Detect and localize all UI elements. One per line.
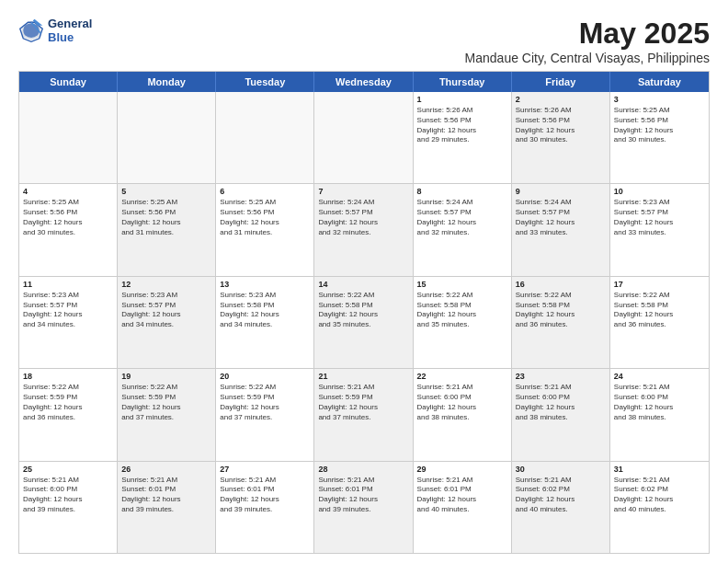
calendar-body: 1Sunrise: 5:26 AM Sunset: 5:56 PM Daylig… [19,92,709,553]
day-number: 23 [516,372,606,381]
day-number: 26 [121,465,211,474]
cell-content: Sunrise: 5:21 AM Sunset: 6:02 PM Dayligh… [516,476,606,515]
page: General Blue May 2025 Mandaue City, Cent… [0,0,728,563]
calendar-cell: 25Sunrise: 5:21 AM Sunset: 6:00 PM Dayli… [19,462,118,553]
calendar-cell: 26Sunrise: 5:21 AM Sunset: 6:01 PM Dayli… [118,462,216,553]
calendar-cell: 13Sunrise: 5:23 AM Sunset: 5:58 PM Dayli… [216,277,314,368]
day-number: 28 [318,465,408,474]
cell-content: Sunrise: 5:21 AM Sunset: 5:59 PM Dayligh… [318,383,408,422]
day-number: 21 [318,372,408,381]
day-number: 20 [220,372,310,381]
cell-content: Sunrise: 5:21 AM Sunset: 6:00 PM Dayligh… [516,383,606,422]
calendar-row: 4Sunrise: 5:25 AM Sunset: 5:56 PM Daylig… [19,184,709,276]
logo: General Blue [18,17,92,44]
day-number: 16 [516,280,606,289]
calendar-cell: 7Sunrise: 5:24 AM Sunset: 5:57 PM Daylig… [314,184,413,275]
calendar-header: SundayMondayTuesdayWednesdayThursdayFrid… [19,72,709,92]
calendar-cell: 9Sunrise: 5:24 AM Sunset: 5:57 PM Daylig… [512,184,610,275]
cell-content: Sunrise: 5:21 AM Sunset: 6:01 PM Dayligh… [417,476,507,515]
title-block: May 2025 Mandaue City, Central Visayas, … [465,17,710,65]
cell-content: Sunrise: 5:21 AM Sunset: 6:01 PM Dayligh… [121,476,211,515]
cell-content: Sunrise: 5:21 AM Sunset: 6:00 PM Dayligh… [23,476,113,515]
cell-content: Sunrise: 5:24 AM Sunset: 5:57 PM Dayligh… [417,198,507,237]
day-number: 12 [121,280,211,289]
calendar-cell: 29Sunrise: 5:21 AM Sunset: 6:01 PM Dayli… [414,462,512,553]
calendar-row: 25Sunrise: 5:21 AM Sunset: 6:00 PM Dayli… [19,462,709,553]
cell-content: Sunrise: 5:22 AM Sunset: 5:58 PM Dayligh… [516,291,606,330]
day-number: 10 [614,187,705,196]
weekday-header: Wednesday [314,72,413,92]
main-title: May 2025 [465,17,710,51]
cell-content: Sunrise: 5:22 AM Sunset: 5:58 PM Dayligh… [614,291,705,330]
calendar-cell: 31Sunrise: 5:21 AM Sunset: 6:02 PM Dayli… [610,462,709,553]
day-number: 5 [121,187,211,196]
cell-content: Sunrise: 5:25 AM Sunset: 5:56 PM Dayligh… [614,106,705,145]
cell-content: Sunrise: 5:22 AM Sunset: 5:58 PM Dayligh… [318,291,408,330]
day-number: 19 [121,372,211,381]
day-number: 11 [23,280,113,289]
calendar-cell: 6Sunrise: 5:25 AM Sunset: 5:56 PM Daylig… [216,184,314,275]
weekday-header: Monday [118,72,216,92]
calendar-cell: 18Sunrise: 5:22 AM Sunset: 5:59 PM Dayli… [19,369,118,460]
calendar-cell [314,92,413,183]
calendar-cell: 28Sunrise: 5:21 AM Sunset: 6:01 PM Dayli… [314,462,413,553]
calendar-cell: 17Sunrise: 5:22 AM Sunset: 5:58 PM Dayli… [610,277,709,368]
day-number: 14 [318,280,408,289]
calendar-cell: 11Sunrise: 5:23 AM Sunset: 5:57 PM Dayli… [19,277,118,368]
calendar-cell: 1Sunrise: 5:26 AM Sunset: 5:56 PM Daylig… [414,92,512,183]
day-number: 22 [417,372,507,381]
cell-content: Sunrise: 5:24 AM Sunset: 5:57 PM Dayligh… [516,198,606,237]
cell-content: Sunrise: 5:23 AM Sunset: 5:57 PM Dayligh… [23,291,113,330]
subtitle: Mandaue City, Central Visayas, Philippin… [465,51,710,65]
day-number: 4 [23,187,113,196]
calendar-cell: 14Sunrise: 5:22 AM Sunset: 5:58 PM Dayli… [314,277,413,368]
weekday-header: Sunday [19,72,118,92]
cell-content: Sunrise: 5:23 AM Sunset: 5:57 PM Dayligh… [121,291,211,330]
day-number: 30 [516,465,606,474]
day-number: 3 [614,95,705,104]
day-number: 18 [23,372,113,381]
calendar-cell: 5Sunrise: 5:25 AM Sunset: 5:56 PM Daylig… [118,184,216,275]
calendar-row: 11Sunrise: 5:23 AM Sunset: 5:57 PM Dayli… [19,277,709,369]
cell-content: Sunrise: 5:21 AM Sunset: 6:01 PM Dayligh… [318,476,408,515]
calendar-cell: 4Sunrise: 5:25 AM Sunset: 5:56 PM Daylig… [19,184,118,275]
day-number: 6 [220,187,310,196]
cell-content: Sunrise: 5:23 AM Sunset: 5:58 PM Dayligh… [220,291,310,330]
day-number: 15 [417,280,507,289]
header: General Blue May 2025 Mandaue City, Cent… [18,17,710,65]
calendar-cell: 15Sunrise: 5:22 AM Sunset: 5:58 PM Dayli… [414,277,512,368]
day-number: 9 [516,187,606,196]
calendar-cell [19,92,118,183]
calendar-cell: 19Sunrise: 5:22 AM Sunset: 5:59 PM Dayli… [118,369,216,460]
day-number: 25 [23,465,113,474]
calendar-cell: 22Sunrise: 5:21 AM Sunset: 6:00 PM Dayli… [414,369,512,460]
calendar-cell: 21Sunrise: 5:21 AM Sunset: 5:59 PM Dayli… [314,369,413,460]
calendar-cell: 12Sunrise: 5:23 AM Sunset: 5:57 PM Dayli… [118,277,216,368]
calendar-cell: 10Sunrise: 5:23 AM Sunset: 5:57 PM Dayli… [610,184,709,275]
cell-content: Sunrise: 5:22 AM Sunset: 5:59 PM Dayligh… [23,383,113,422]
weekday-header: Tuesday [216,72,314,92]
calendar-cell: 3Sunrise: 5:25 AM Sunset: 5:56 PM Daylig… [610,92,709,183]
calendar: SundayMondayTuesdayWednesdayThursdayFrid… [18,71,710,554]
calendar-cell [216,92,314,183]
cell-content: Sunrise: 5:22 AM Sunset: 5:58 PM Dayligh… [417,291,507,330]
calendar-cell [118,92,216,183]
cell-content: Sunrise: 5:25 AM Sunset: 5:56 PM Dayligh… [220,198,310,237]
day-number: 27 [220,465,310,474]
calendar-cell: 20Sunrise: 5:22 AM Sunset: 5:59 PM Dayli… [216,369,314,460]
cell-content: Sunrise: 5:21 AM Sunset: 6:01 PM Dayligh… [220,476,310,515]
cell-content: Sunrise: 5:25 AM Sunset: 5:56 PM Dayligh… [23,198,113,237]
day-number: 1 [417,95,507,104]
weekday-header: Thursday [414,72,512,92]
day-number: 13 [220,280,310,289]
calendar-cell: 23Sunrise: 5:21 AM Sunset: 6:00 PM Dayli… [512,369,610,460]
weekday-header: Saturday [610,72,709,92]
day-number: 29 [417,465,507,474]
day-number: 8 [417,187,507,196]
calendar-cell: 16Sunrise: 5:22 AM Sunset: 5:58 PM Dayli… [512,277,610,368]
day-number: 24 [614,372,705,381]
day-number: 17 [614,280,705,289]
calendar-cell: 27Sunrise: 5:21 AM Sunset: 6:01 PM Dayli… [216,462,314,553]
calendar-cell: 8Sunrise: 5:24 AM Sunset: 5:57 PM Daylig… [414,184,512,275]
calendar-row: 1Sunrise: 5:26 AM Sunset: 5:56 PM Daylig… [19,92,709,184]
